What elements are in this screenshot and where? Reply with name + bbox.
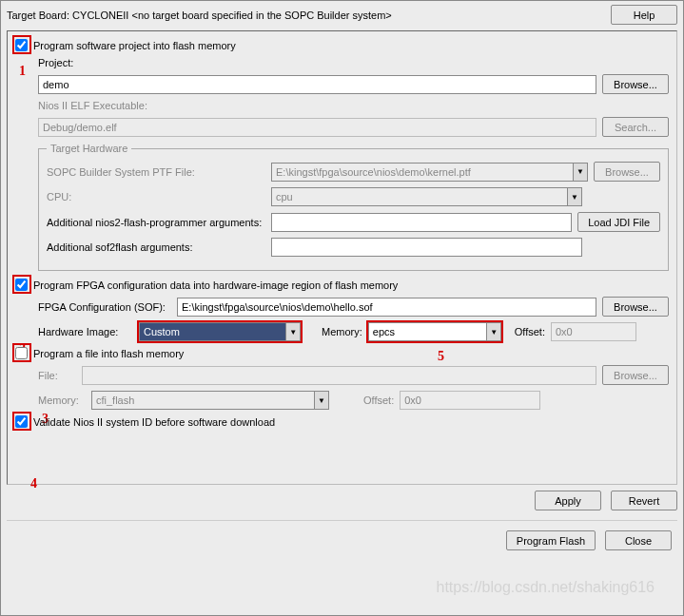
offset-label: Offset:: [515, 326, 545, 337]
file-offset-label: Offset:: [363, 395, 394, 406]
chevron-down-icon: ▼: [573, 164, 587, 181]
chevron-down-icon: ▼: [314, 392, 328, 409]
ptf-field: [272, 164, 573, 181]
chevron-down-icon[interactable]: ▼: [285, 323, 300, 340]
target-board-label: Target Board: CYCLONEII <no target board…: [7, 10, 392, 21]
file-browse-button: Browse...: [602, 365, 669, 385]
project-field[interactable]: [38, 75, 596, 94]
program-software-checkbox[interactable]: [15, 39, 28, 51]
validate-sysid-label: Validate Nios II system ID before softwa…: [33, 416, 275, 428]
program-file-label: Program a file into flash memory: [33, 348, 184, 359]
file-memory-field: [92, 392, 314, 409]
cpu-label: CPU:: [47, 191, 265, 202]
sof-field[interactable]: [177, 298, 596, 317]
hw-image-label: Hardware Image:: [38, 326, 133, 337]
sof2flash-args-label: Additional sof2flash arguments:: [47, 241, 265, 253]
load-jdi-button[interactable]: Load JDI File: [577, 212, 660, 232]
sof2flash-args-field[interactable]: [271, 238, 582, 257]
sof-label: FPGA Configuration (SOF):: [38, 301, 171, 313]
cpu-field: [272, 188, 567, 205]
ptf-label: SOPC Builder System PTF File:: [47, 166, 265, 178]
elf-label: Nios II ELF Executable:: [38, 100, 147, 111]
program-software-label: Program software project into flash memo…: [33, 40, 236, 51]
memory-field[interactable]: [369, 323, 487, 340]
project-browse-button[interactable]: Browse...: [602, 74, 669, 94]
chevron-down-icon: ▼: [567, 188, 581, 205]
chevron-down-icon[interactable]: ▼: [486, 323, 499, 340]
help-button[interactable]: Help: [611, 5, 677, 25]
nios2-args-label: Additional nios2-flash-programmer argume…: [47, 217, 265, 228]
hw-image-field[interactable]: [140, 323, 285, 340]
watermark-text: https://blog.csdn.net/shaking616: [437, 579, 655, 596]
target-hardware-group: Target Hardware SOPC Builder System PTF …: [38, 143, 669, 271]
memory-label: Memory:: [322, 326, 362, 337]
revert-button[interactable]: Revert: [611, 491, 677, 510]
elf-search-button: Search...: [602, 117, 669, 137]
file-field: [82, 366, 596, 385]
program-fpga-label: Program FPGA configuration data into har…: [33, 279, 398, 291]
program-file-checkbox[interactable]: [15, 347, 28, 359]
elf-field: [38, 118, 596, 137]
nios2-args-field[interactable]: [271, 213, 572, 232]
program-flash-button[interactable]: Program Flash: [506, 530, 596, 550]
sof-browse-button[interactable]: Browse...: [602, 297, 669, 317]
apply-button[interactable]: Apply: [535, 491, 601, 510]
program-fpga-checkbox[interactable]: [15, 279, 28, 291]
offset-field: [551, 322, 636, 341]
close-button[interactable]: Close: [605, 530, 672, 550]
file-label: File:: [38, 370, 76, 381]
annotation-1: 1: [19, 64, 26, 79]
file-offset-field: [400, 391, 540, 410]
file-memory-label: Memory:: [38, 395, 86, 406]
project-label: Project:: [38, 57, 73, 68]
target-hardware-legend: Target Hardware: [47, 143, 131, 154]
validate-sysid-checkbox[interactable]: [15, 415, 28, 428]
annotation-4: 4: [30, 476, 37, 491]
ptf-browse-button: Browse...: [594, 162, 660, 182]
